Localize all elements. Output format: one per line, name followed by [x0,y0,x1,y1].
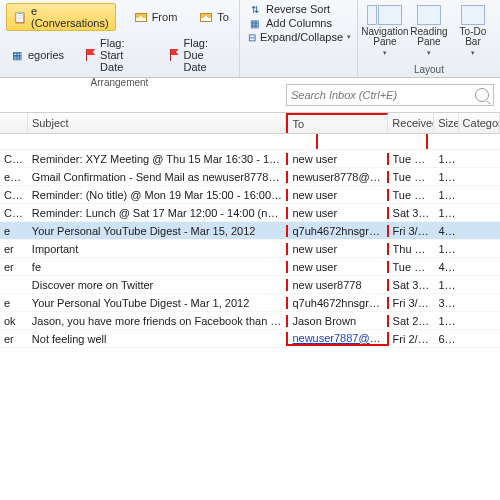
label: To-Do Bar [452,27,494,47]
cell-size: 6 KB [434,333,458,345]
cell-to: q7uh4672hnsgrt563As [286,225,388,237]
cell-subject: Not feeling well [28,333,287,345]
search-input[interactable]: Search Inbox (Ctrl+E) [286,84,494,106]
cell-from: er [0,261,28,273]
cell-from: e [0,225,28,237]
label: Flag: Due Date [184,37,229,73]
add-columns-icon: ▦ [248,17,262,29]
label: Flag: Start Date [100,37,147,73]
cell-to: new user8778 [286,279,388,291]
chevron-down-icon: ▾ [471,49,475,57]
table-row[interactable]: Discover more on Twitternew user8778Sat … [0,276,500,294]
cell-from: e [0,297,28,309]
cell-received: Tue 3/20... [389,153,435,165]
cell-to: new user [286,243,388,255]
table-row[interactable]: erNot feeling wellnewuser7887@gmail.comF… [0,330,500,348]
cell-subject: Important [28,243,287,255]
cell-subject: Reminder: Lunch @ Sat 17 Mar 12:00 - 14:… [28,207,287,219]
todo-bar-icon [461,5,485,25]
pane-icon [378,5,402,25]
envelope-to-icon [199,10,213,24]
arrange-date-conversations[interactable]: 📋 e (Conversations) [6,3,116,31]
label: Add Columns [266,17,332,29]
label: Expand/Collapse [260,31,343,43]
label: To [217,11,229,23]
cell-from: eam [0,171,28,183]
cell-subject: Reminder: (No title) @ Mon 19 Mar 15:00 … [28,189,287,201]
mail-grid: Subject To Received Size Categor... Cal.… [0,112,500,348]
arrange-categories[interactable]: ▦ egories [6,35,68,75]
search-placeholder: Search Inbox (Ctrl+E) [291,89,397,101]
grid-header[interactable]: Subject To Received Size Categor... [0,112,500,134]
navigation-pane-icon [367,5,377,25]
cell-size: 16 ... [434,243,458,255]
label: Reverse Sort [266,3,330,15]
cell-received: Fri 2/10/... [389,333,435,345]
search-icon [475,88,489,102]
reverse-sort-icon: ⇅ [248,3,262,15]
arrange-flag-start[interactable]: Flag: Start Date [82,35,151,75]
table-row[interactable]: erImportantnew userThu 3/15...16 ... [0,240,500,258]
chevron-down-icon: ▾ [383,49,387,57]
add-columns[interactable]: ▦Add Columns [246,17,351,29]
table-row[interactable]: Cal...Reminder: XYZ Meeting @ Thu 15 Mar… [0,150,500,168]
cell-size: 32 ... [434,297,458,309]
arrange-flag-due[interactable]: Flag: Due Date [166,35,233,75]
cell-received: Tue 3/20... [389,189,435,201]
cell-size: 17 ... [434,153,458,165]
cell-received: Fri 3/2/2... [389,297,435,309]
label: Navigation Pane [361,27,408,47]
cell-size: 17 ... [434,189,458,201]
flag-icon [86,48,96,62]
cell-from: ok [0,315,28,327]
todo-bar-button[interactable]: To-Do Bar▾ [452,3,494,59]
label: egories [28,49,64,61]
table-row[interactable]: eYour Personal YouTube Digest - Mar 15, … [0,222,500,240]
cell-subject: Jason, you have more friends on Facebook… [28,315,287,327]
col-categories[interactable]: Categor... [459,113,500,133]
reading-pane-button[interactable]: Reading Pane▾ [408,3,450,59]
cell-subject: Reminder: XYZ Meeting @ Thu 15 Mar 16:30… [28,153,287,165]
cell-subject: Discover more on Twitter [28,279,287,291]
table-row[interactable]: okJason, you have more friends on Facebo… [0,312,500,330]
cell-to: q7uh4672hnsgrt563As [286,297,388,309]
cell-received: Thu 3/15... [389,243,435,255]
cell-subject: Your Personal YouTube Digest - Mar 15, 2… [28,225,287,237]
cell-from: er [0,243,28,255]
cell-to: new user [286,153,388,165]
chevron-down-icon: ▾ [427,49,431,57]
navigation-pane-button[interactable]: Navigation Pane▾ [364,3,406,59]
table-row[interactable]: Cal...Reminder: (No title) @ Mon 19 Mar … [0,186,500,204]
arrange-from[interactable]: From [130,3,182,31]
label: Reading Pane [408,27,450,47]
table-row[interactable]: eamGmail Confirmation - Send Mail as new… [0,168,500,186]
cell-size: 42 ... [434,225,458,237]
col-icon[interactable] [0,113,28,133]
flag-icon [170,48,180,62]
cell-to: new user [286,189,388,201]
col-to[interactable]: To [286,113,388,133]
cell-to: Jason Brown [286,315,388,327]
table-row[interactable]: Cal...Reminder: Lunch @ Sat 17 Mar 12:00… [0,204,500,222]
chevron-down-icon: ▾ [347,33,351,41]
reverse-sort[interactable]: ⇅Reverse Sort [246,3,351,15]
col-received[interactable]: Received [388,113,434,133]
calendar-icon: 📋 [13,10,27,24]
cell-to: newuser7887@gmail.com [286,332,388,346]
cell-received: Tue 3/20... [389,171,435,183]
table-row[interactable]: eYour Personal YouTube Digest - Mar 1, 2… [0,294,500,312]
cell-received: Sat 3/17... [389,207,435,219]
cell-size: 13 ... [434,207,458,219]
col-subject[interactable]: Subject [28,113,286,133]
cell-size: 4 KB [434,261,458,273]
cell-received: Fri 3/16/... [389,225,435,237]
cell-from: Cal... [0,207,28,219]
cell-received: Sat 2/18... [389,315,435,327]
table-row[interactable]: erfenew userTue 3/13...4 KB [0,258,500,276]
arrange-to[interactable]: To [195,3,233,31]
cell-subject: Your Personal YouTube Digest - Mar 1, 20… [28,297,287,309]
expand-collapse[interactable]: ⊟Expand/Collapse ▾ [246,31,351,43]
col-size[interactable]: Size [434,113,458,133]
cell-from: Cal... [0,153,28,165]
cell-size: 19 ... [434,315,458,327]
